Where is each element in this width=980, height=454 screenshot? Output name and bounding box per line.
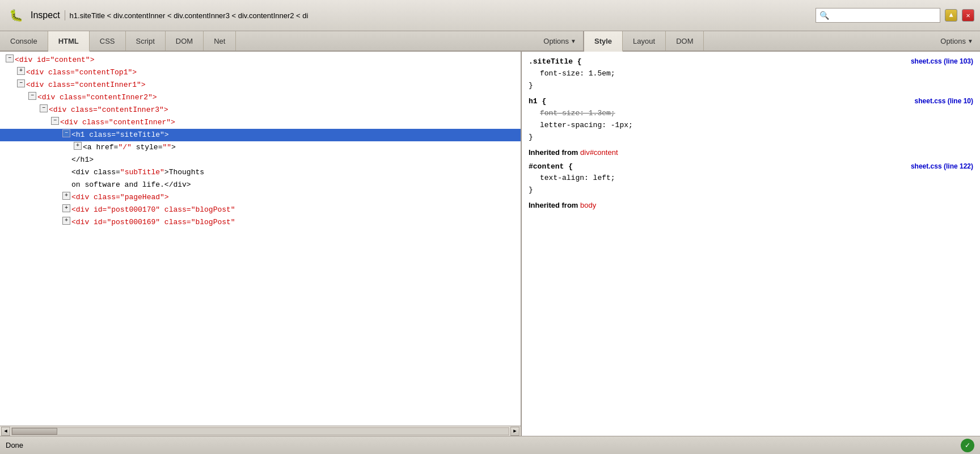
tree-row-selected[interactable]: − <h1 class="siteTitle"> — [0, 129, 521, 141]
expand-icon[interactable]: − — [6, 54, 14, 62]
tab-script[interactable]: Script — [126, 31, 166, 51]
expand-icon[interactable]: + — [62, 204, 70, 212]
expand-icon[interactable]: − — [40, 104, 48, 112]
tag-text: <div class="pageHead"> — [71, 192, 169, 203]
tag-text: <h1 class="siteTitle"> — [71, 129, 169, 141]
html-panel: − <div id="content"> + <div class="conte… — [0, 52, 522, 436]
css-property: text-align: left; — [529, 173, 973, 184]
search-icon: 🔍 — [820, 11, 829, 20]
tab-net[interactable]: Net — [204, 31, 236, 51]
css-source-link[interactable]: sheet.css (line 10) — [915, 96, 973, 107]
expand-icon[interactable]: + — [17, 67, 25, 75]
css-selector: #content { — [529, 161, 573, 173]
search-input[interactable] — [831, 11, 933, 20]
right-options-button[interactable]: Options▼ — [933, 31, 980, 51]
scroll-thumb[interactable] — [12, 428, 57, 435]
tree-row[interactable]: − <div class="contentInner"> — [0, 116, 521, 129]
tree-row[interactable]: + <div class="pageHead"> — [0, 191, 521, 204]
tag-text: on software and life.</div> — [71, 179, 191, 191]
css-brace: } — [529, 132, 973, 144]
scroll-track[interactable] — [11, 427, 509, 435]
breadcrumb: h1.siteTitle < div.contentInner < div.co… — [70, 11, 811, 20]
tag-text: <div class="contentInner3"> — [49, 104, 168, 116]
tree-row[interactable]: + <div id="post000169" class="blogPost" — [0, 216, 521, 229]
tab-layout[interactable]: Layout — [623, 31, 666, 51]
tab-dom-left[interactable]: DOM — [166, 31, 204, 51]
expand-icon[interactable]: + — [62, 217, 70, 225]
horizontal-scrollbar[interactable]: ◀ ▶ — [0, 426, 521, 436]
css-property-strikethrough: font-size: 1.3em; — [529, 108, 973, 120]
css-brace: } — [529, 184, 973, 196]
status-text: Done — [6, 441, 23, 449]
tree-row[interactable]: <div class="subTitle">Thoughts — [0, 166, 521, 179]
inherited-text: Inherited from — [529, 148, 580, 157]
toolbar: 🐛 Inspect h1.siteTitle < div.contentInne… — [0, 0, 980, 31]
status-bar: Done ✓ — [0, 436, 980, 454]
tree-row[interactable]: + <div class="contentTop1"> — [0, 66, 521, 79]
css-rule-header: #content { sheet.css (line 122) — [529, 161, 973, 173]
expand-icon[interactable]: + — [62, 192, 70, 200]
tree-row[interactable]: − <div class="contentInner1"> — [0, 79, 521, 91]
expand-icon[interactable]: − — [17, 79, 25, 87]
css-rule: .siteTitle { sheet.css (line 103) font-s… — [522, 54, 980, 94]
tree-row[interactable]: + <div id="post000170" class="blogPost" — [0, 204, 521, 216]
html-tree-body: − <div id="content"> + <div class="conte… — [0, 52, 521, 426]
css-rule-header: h1 { sheet.css (line 10) — [529, 96, 973, 108]
tag-text: <a href="/" style=""> — [83, 142, 176, 153]
right-options-arrow-icon: ▼ — [968, 38, 973, 44]
css-source-link[interactable]: sheet.css (line 103) — [911, 56, 973, 67]
css-property: font-size: 1.5em; — [529, 68, 973, 80]
css-property: letter-spacing: -1px; — [529, 120, 973, 132]
expand-icon[interactable]: − — [62, 129, 70, 137]
scroll-left-button[interactable]: ◀ — [1, 427, 10, 436]
inspect-label: Inspect — [31, 10, 65, 20]
tab-dom-right[interactable]: DOM — [666, 31, 704, 51]
css-source-link[interactable]: sheet.css (line 122) — [911, 161, 973, 172]
status-icon: ✓ — [961, 439, 974, 452]
tree-row[interactable]: − <div class="contentInner3"> — [0, 104, 521, 116]
css-brace: } — [529, 80, 973, 92]
css-rule-header: .siteTitle { sheet.css (line 103) — [529, 56, 973, 68]
tab-style[interactable]: Style — [584, 31, 623, 52]
tag-text: </h1> — [71, 154, 94, 166]
expand-icon[interactable]: + — [74, 142, 82, 150]
tab-row: Console HTML CSS Script DOM Net Options▼… — [0, 31, 980, 52]
html-tree-content[interactable]: − <div id="content"> + <div class="conte… — [0, 52, 521, 426]
css-content[interactable]: .siteTitle { sheet.css (line 103) font-s… — [522, 52, 980, 436]
search-box[interactable]: 🔍 — [816, 8, 940, 23]
tag-text: <div class="subTitle">Thoughts — [71, 167, 204, 178]
tag-text: <div id="post000170" class="blogPost" — [71, 204, 235, 216]
css-panel-body: .siteTitle { sheet.css (line 103) font-s… — [522, 52, 980, 436]
tag-text: <div class="contentTop1"> — [26, 67, 137, 78]
tab-console[interactable]: Console — [0, 31, 48, 51]
right-tabs: Style Layout DOM Options▼ — [583, 31, 980, 51]
expand-icon[interactable]: − — [28, 92, 36, 100]
css-rule: #content { sheet.css (line 122) text-ali… — [522, 159, 980, 199]
minimize-button[interactable]: ▲ — [945, 9, 957, 22]
left-options-button[interactable]: Options▼ — [537, 31, 583, 51]
tab-css[interactable]: CSS — [90, 31, 126, 51]
tree-row[interactable]: − <div id="content"> — [0, 54, 521, 66]
inherited-source: div#content — [580, 148, 618, 157]
breadcrumb-text: h1.siteTitle < div.contentInner < div.co… — [70, 11, 309, 20]
css-panel: .siteTitle { sheet.css (line 103) font-s… — [522, 52, 980, 436]
scroll-right-button[interactable]: ▶ — [510, 427, 519, 436]
left-tabs: Console HTML CSS Script DOM Net Options▼ — [0, 31, 583, 51]
firebug-icon: 🐛 — [6, 5, 26, 26]
tree-row[interactable]: − <div class="contentInner2"> — [0, 91, 521, 104]
tag-text: <div class="contentInner1"> — [26, 79, 146, 91]
tree-row[interactable]: </h1> — [0, 154, 521, 166]
inherited-source: body — [580, 201, 596, 209]
css-selector: h1 { — [529, 96, 546, 108]
tab-html[interactable]: HTML — [48, 31, 90, 52]
inherited-label: Inherited from div#content — [522, 146, 980, 159]
tag-text: <div id="content"> — [15, 54, 94, 66]
expand-icon[interactable]: − — [51, 117, 59, 125]
tree-row[interactable]: + <a href="/" style=""> — [0, 141, 521, 154]
tag-text: <div id="post000169" class="blogPost" — [71, 217, 235, 228]
options-arrow-icon: ▼ — [571, 38, 576, 44]
tag-text: <div class="contentInner2"> — [37, 92, 157, 103]
close-button[interactable]: ✕ — [962, 9, 974, 22]
inherited-label: Inherited from body — [522, 199, 980, 212]
tree-row[interactable]: on software and life.</div> — [0, 179, 521, 191]
